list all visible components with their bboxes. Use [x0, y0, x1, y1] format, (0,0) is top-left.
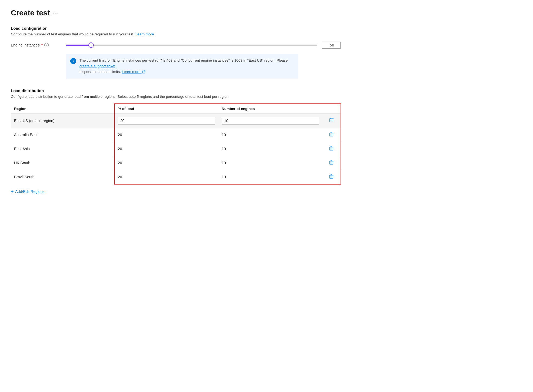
col-load-header: % of load	[115, 104, 218, 114]
slider-thumb[interactable]	[88, 42, 94, 48]
engine-instances-label: Engine instances * i	[11, 43, 59, 47]
action-cell[interactable]	[322, 113, 341, 128]
svg-rect-3	[330, 161, 333, 164]
load-cell: 20	[115, 156, 218, 170]
info-box-icon: i	[70, 58, 76, 64]
delete-row-button[interactable]	[327, 145, 335, 153]
learn-more-link-2[interactable]: Learn more	[122, 70, 145, 74]
engine-instances-input[interactable]	[322, 42, 341, 49]
title-dots: ···	[53, 10, 59, 16]
add-plus-icon: +	[11, 189, 14, 194]
col-region-header: Region	[11, 104, 115, 114]
learn-more-link-1[interactable]: Learn more	[135, 32, 154, 36]
action-cell[interactable]	[322, 128, 341, 142]
action-cell[interactable]	[322, 170, 341, 184]
title-text: Create test	[11, 9, 50, 17]
table-row: Brazil South2010	[11, 170, 341, 184]
support-ticket-link[interactable]: create a support ticket	[79, 64, 115, 68]
trash-icon	[329, 160, 334, 165]
svg-rect-2	[330, 147, 333, 150]
table-row: Australia East2010	[11, 128, 341, 142]
load-cell: 20	[115, 170, 218, 184]
delete-row-button[interactable]	[327, 131, 335, 139]
table-row: UK South2010	[11, 156, 341, 170]
table-row: East US (default region)	[11, 113, 341, 128]
distribution-table: Region % of load Number of engines East …	[11, 104, 341, 184]
engines-cell: 10	[218, 156, 322, 170]
action-cell[interactable]	[322, 156, 341, 170]
svg-rect-1	[330, 133, 333, 136]
page-title: Create test ···	[11, 9, 341, 17]
info-circle-icon[interactable]: i	[44, 43, 49, 47]
slider-container	[66, 42, 341, 49]
info-box: i The current limit for "Engine instance…	[66, 54, 298, 79]
load-input[interactable]	[118, 117, 215, 125]
load-config-desc: Configure the number of test engines tha…	[11, 32, 341, 36]
svg-rect-4	[330, 175, 333, 178]
info-box-text: The current limit for "Engine instances …	[79, 58, 294, 75]
col-engines-header: Number of engines	[218, 104, 322, 114]
trash-icon	[329, 146, 334, 151]
region-cell: Brazil South	[11, 170, 115, 184]
slider-track[interactable]	[66, 45, 317, 46]
engines-cell: 10	[218, 142, 322, 156]
load-config-desc-text: Configure the number of test engines tha…	[11, 32, 134, 36]
trash-icon	[329, 132, 334, 137]
load-cell: 20	[115, 128, 218, 142]
load-distribution-section: Load distribution Configure load distrib…	[11, 88, 341, 194]
trash-icon	[329, 174, 334, 179]
add-edit-regions-button[interactable]: + Add/Edit Regions	[11, 189, 45, 194]
load-config-section: Load configuration Configure the number …	[11, 26, 341, 79]
svg-rect-0	[330, 119, 333, 122]
region-cell: East Asia	[11, 142, 115, 156]
required-star: *	[41, 43, 43, 47]
delete-row-button[interactable]	[327, 117, 335, 124]
region-cell: Australia East	[11, 128, 115, 142]
load-cell[interactable]	[115, 113, 218, 128]
delete-row-button[interactable]	[327, 159, 335, 167]
add-regions-label: Add/Edit Regions	[15, 189, 45, 194]
table-row: East Asia2010	[11, 142, 341, 156]
engine-instances-row: Engine instances * i	[11, 42, 341, 49]
engines-cell: 10	[218, 170, 322, 184]
load-dist-desc: Configure load distribution to generate …	[11, 95, 341, 99]
engines-input[interactable]	[222, 117, 319, 125]
load-cell: 20	[115, 142, 218, 156]
engines-cell: 10	[218, 128, 322, 142]
load-dist-title: Load distribution	[11, 88, 341, 93]
distribution-table-container: Region % of load Number of engines East …	[11, 104, 341, 184]
action-cell[interactable]	[322, 142, 341, 156]
trash-icon	[329, 118, 334, 122]
engines-cell[interactable]	[218, 113, 322, 128]
region-cell: UK South	[11, 156, 115, 170]
delete-row-button[interactable]	[327, 173, 335, 181]
region-cell: East US (default region)	[11, 113, 115, 128]
col-action-header	[322, 104, 341, 114]
load-config-title: Load configuration	[11, 26, 341, 31]
